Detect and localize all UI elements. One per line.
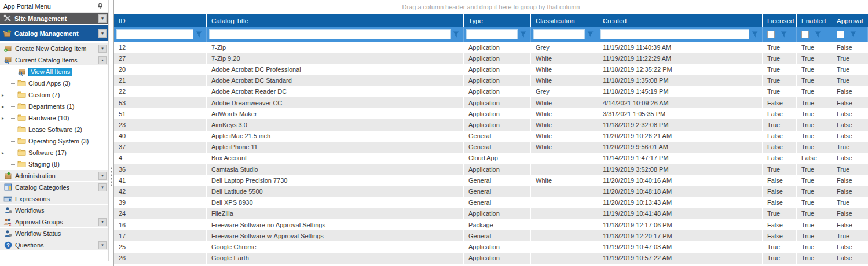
cell-id: 25 [114, 241, 207, 252]
column-header-classification[interactable]: Classification [531, 14, 598, 27]
cell-id: 27 [114, 53, 207, 64]
filter-funnel-icon[interactable] [451, 31, 461, 38]
table-row[interactable]: 20Adobe Acrobat DC ProfessionalApplicati… [114, 64, 868, 75]
expand-arrow-icon[interactable]: ▸ [2, 93, 7, 98]
filter-input-id[interactable] [116, 29, 193, 39]
column-header-enabled[interactable]: Enabled [797, 14, 832, 27]
filter-funnel-icon[interactable] [749, 31, 760, 38]
table-row[interactable]: 39Dell XPS 8930General11/20/2019 10:13:4… [114, 197, 868, 208]
sidebar-section-site-management[interactable]: Site Management▾ [0, 13, 108, 24]
table-row[interactable]: 23AimKeys 3.0ApplicationWhite11/18/2019 … [114, 119, 868, 130]
dropdown-button[interactable]: ▾ [98, 218, 107, 226]
column-header-id[interactable]: ID [114, 14, 207, 27]
table-row[interactable]: 4Box AccountCloud App11/14/2019 1:47:17 … [114, 153, 868, 164]
tree-item-custom-7[interactable]: ▸Custom (7) [0, 89, 108, 101]
cell-type: Application [464, 42, 531, 53]
tree-item-staging-8[interactable]: Staging (8) [0, 158, 108, 170]
table-row[interactable]: 24FileZillaApplication11/19/2019 10:41:4… [114, 208, 868, 219]
filter-input-classification[interactable] [533, 29, 585, 39]
filter-funnel-icon[interactable] [193, 31, 204, 38]
cell-type: Application [464, 119, 531, 130]
dropdown-button[interactable]: ▾ [98, 183, 107, 191]
filter-funnel-icon[interactable] [518, 31, 528, 38]
cell-classification: White [531, 97, 598, 108]
table-row[interactable]: 51AdWords MakerApplicationWhite3/31/2021… [114, 108, 868, 119]
dropdown-button[interactable]: ▾ [98, 172, 107, 180]
tree-item-software-17[interactable]: ▸Software (17) [0, 147, 108, 158]
table-row[interactable]: 37Apple iPhone 11GeneralWhite11/20/2019 … [114, 142, 868, 153]
filter-checkbox-enabled[interactable] [801, 31, 809, 38]
cell-created: 11/20/2019 10:48:18 AM [598, 186, 763, 197]
cell-catalog-title: Adobe Acrobat DC Standard [207, 75, 464, 86]
column-header-type[interactable]: Type [464, 14, 531, 27]
filter-funnel-icon[interactable] [778, 31, 789, 38]
cell-catalog-title: Apple iMac 21.5 inch [207, 131, 464, 142]
sidebar-item-workflows[interactable]: Workflows [0, 205, 108, 216]
cell-id: 12 [114, 42, 207, 53]
filter-checkbox-licensed[interactable] [767, 31, 775, 38]
filter-input-catalog-title[interactable] [209, 29, 451, 39]
splitter-grip[interactable] [111, 167, 113, 186]
column-header-approval[interactable]: Approval [832, 14, 868, 27]
column-header-created[interactable]: Created [598, 14, 763, 27]
tree-connector [10, 141, 15, 142]
dropdown-button[interactable]: ▾ [98, 14, 107, 23]
sidebar-item-expressions[interactable]: Expressions [0, 193, 108, 205]
cell-classification: White [531, 175, 598, 186]
dropdown-button[interactable]: ▾ [98, 45, 107, 53]
window-icon [3, 183, 12, 191]
sidebar-item-create-new-catalog-item[interactable]: Create New Catalog Item▾ [0, 43, 108, 54]
table-row[interactable]: 127-ZipApplicationGrey11/15/2019 11:40:3… [114, 42, 868, 53]
table-row[interactable]: 36Camtasia StudioApplication11/19/2019 3… [114, 164, 868, 175]
cell-approval: False [832, 175, 868, 186]
table-row[interactable]: 42Dell Latitude 5500General11/20/2019 10… [114, 186, 868, 197]
tree-item-hardware-10[interactable]: ▸Hardware (10) [0, 112, 108, 124]
sidebar-item-label: Current Catalog Items [15, 57, 96, 64]
sidebar-item-approval-groups[interactable]: 2Approval Groups▾ [0, 216, 108, 228]
cell-id: 40 [114, 131, 207, 142]
table-row[interactable]: 40Apple iMac 21.5 inchGeneralWhite11/20/… [114, 131, 868, 142]
filter-input-type[interactable] [466, 29, 518, 39]
sidebar-item-administration[interactable]: Administration▾ [0, 170, 108, 182]
sidebar-item-questions[interactable]: ?Questions▾ [0, 239, 108, 251]
filter-cell-id [114, 27, 207, 42]
expand-arrow-icon[interactable]: ▸ [2, 104, 7, 109]
tree-item-operating-system-3[interactable]: Operating System (3) [0, 135, 108, 147]
group-drop-zone[interactable]: Drag a column header and drop it here to… [114, 0, 868, 14]
table-row[interactable]: 277-Zip 9.20ApplicationWhite11/19/2019 1… [114, 53, 868, 64]
table-row[interactable]: 41Dell Laptop Precision 7730GeneralWhite… [114, 175, 868, 186]
column-header-catalog-title[interactable]: Catalog Title [207, 14, 464, 27]
dropdown-button[interactable]: ▾ [98, 29, 107, 38]
table-row[interactable]: 16Freeware Software no Approval Settings… [114, 219, 868, 230]
cell-licensed: False [763, 186, 797, 197]
dropdown-button[interactable]: ▾ [98, 241, 107, 249]
sidebar-item-current-catalog-items[interactable]: Current Catalog Items▴ [0, 54, 108, 66]
expand-arrow-icon[interactable]: ▸ [2, 150, 7, 156]
cell-created: 4/14/2021 10:09:26 AM [598, 97, 763, 108]
expression-icon [3, 195, 12, 203]
filter-funnel-icon[interactable] [585, 31, 595, 38]
cell-approval: False [832, 208, 868, 219]
tree-item-cloud-apps-3[interactable]: Cloud Apps (3) [0, 77, 108, 89]
tree-item-view-all-items[interactable]: View All Items [0, 66, 108, 77]
sidebar-section-catalog-management[interactable]: Catalog Management▾ [0, 25, 108, 41]
table-row[interactable]: 22Adobe Acrobat Reader DCApplicationGrey… [114, 86, 868, 97]
sidebar-item-workflow-status[interactable]: Workflow Status [0, 228, 108, 239]
filter-funnel-icon[interactable] [812, 31, 823, 38]
filter-funnel-icon[interactable] [848, 31, 858, 38]
tree-item-departments-1[interactable]: ▸Departments (1) [0, 101, 108, 112]
collapse-button[interactable]: ▴ [98, 56, 107, 64]
table-row[interactable]: 53Adobe Dreamweaver CCApplicationWhite4/… [114, 97, 868, 108]
filter-input-created[interactable] [600, 29, 749, 39]
sidebar-item-catalog-categories[interactable]: Catalog Categories▾ [0, 182, 108, 193]
expand-arrow-icon[interactable]: ▸ [2, 116, 7, 121]
table-row[interactable]: 25Google ChromeApplication11/19/2019 10:… [114, 241, 868, 252]
tree-item-lease-software-2[interactable]: Lease Software (2) [0, 124, 108, 135]
table-row[interactable]: 26Google EarthApplication11/19/2019 10:5… [114, 253, 868, 264]
filter-checkbox-approval[interactable] [837, 31, 844, 38]
column-header-licensed[interactable]: Licensed [763, 14, 797, 27]
cell-type: Application [464, 253, 531, 264]
pin-icon[interactable] [96, 2, 104, 10]
table-row[interactable]: 21Adobe Acrobat DC StandardApplicationWh… [114, 75, 868, 86]
table-row[interactable]: 17Freeware Software w-Approval SettingsG… [114, 230, 868, 241]
